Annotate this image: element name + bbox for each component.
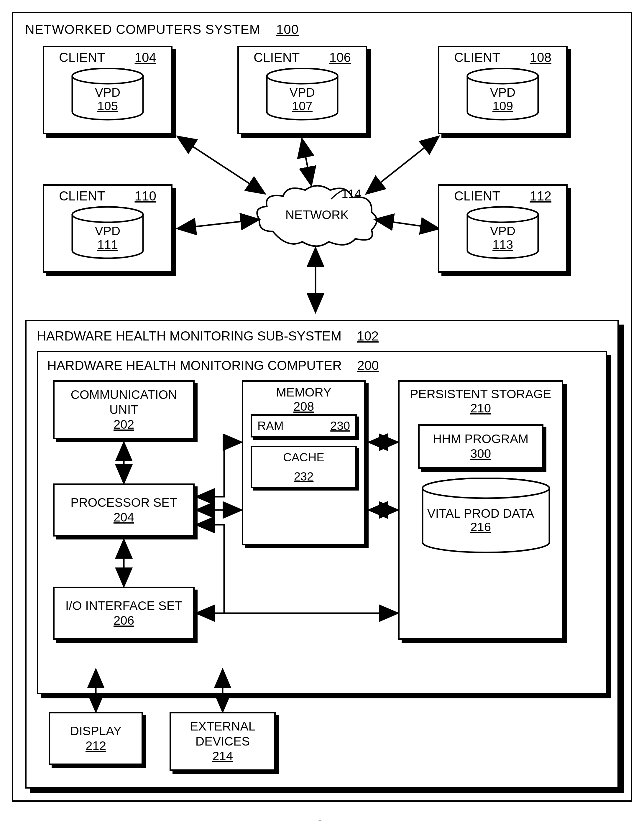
svg-point-5	[468, 68, 538, 84]
vpd-cylinder-icon: VPD 109	[465, 68, 541, 121]
client-ref: 110	[135, 189, 156, 204]
system-title: NETWORKED COMPUTERS SYSTEM 100	[25, 22, 619, 37]
hhm-program-block: HHM PROGRAM 300	[418, 424, 543, 469]
svg-point-9	[468, 207, 538, 222]
client-112: CLIENT 112 VPD 113	[438, 184, 567, 273]
vpd-label: VPD	[95, 86, 120, 100]
system-title-label: NETWORKED COMPUTERS SYSTEM	[25, 22, 261, 37]
subsystem-title: HARDWARE HEALTH MONITORING SUB-SYSTEM 10…	[37, 329, 607, 343]
client-label: CLIENT	[454, 189, 500, 204]
vpd-label: VPD	[490, 86, 515, 100]
svg-line-14	[376, 220, 438, 228]
vpd-label: VPD	[290, 86, 315, 100]
client-label: CLIENT	[59, 189, 105, 204]
client-ref: 112	[530, 189, 551, 204]
network-cloud-icon: NETWORK 114	[255, 181, 379, 249]
communication-unit-block: COMMUNICATION UNIT 202	[53, 380, 195, 439]
vpd-ref: 111	[69, 238, 146, 251]
subsystem-box: HARDWARE HEALTH MONITORING SUB-SYSTEM 10…	[25, 320, 619, 789]
network-ref: 114	[342, 187, 361, 201]
system-title-ref: 100	[276, 22, 299, 37]
vpd-cylinder-icon: VPD 111	[69, 206, 146, 259]
svg-point-17	[423, 478, 549, 498]
computer-title: HARDWARE HEALTH MONITORING COMPUTER 200	[47, 358, 597, 373]
vpd-cylinder-icon: VPD 105	[69, 68, 146, 121]
networked-system-frame: NETWORKED COMPUTERS SYSTEM 100 CLIENT 10…	[12, 12, 632, 802]
svg-point-3	[267, 68, 337, 84]
external-devices-block: EXTERNAL DEVICES 214	[170, 712, 276, 771]
figure-caption: FIG. 1	[12, 816, 632, 821]
cache-block: CACHE 232	[251, 446, 357, 488]
svg-line-10	[178, 137, 264, 193]
vpd-ref: 109	[465, 100, 541, 113]
processor-set-block: PROCESSOR SET 204	[53, 484, 195, 536]
vpd-cylinder-icon: VPD 107	[264, 68, 340, 121]
client-label: CLIENT	[59, 50, 105, 65]
svg-point-7	[72, 207, 143, 222]
client-ref: 108	[530, 50, 551, 65]
memory-block: MEMORY 208 RAM 230	[242, 380, 366, 545]
client-label: CLIENT	[254, 50, 300, 65]
svg-line-11	[302, 140, 311, 184]
io-interface-set-block: I/O INTERFACE SET 206	[53, 587, 195, 640]
client-110: CLIENT 110 VPD 111	[43, 184, 173, 273]
client-108: CLIENT 108 VPD 109	[438, 46, 567, 134]
client-ref: 106	[330, 50, 351, 65]
vpd-cylinder-icon: VPD 113	[465, 206, 541, 259]
computer-box: HARDWARE HEALTH MONITORING COMPUTER 200 …	[37, 351, 607, 694]
vpd-ref: 105	[69, 100, 146, 113]
clients-area: CLIENT 104 VPD 105	[25, 46, 619, 311]
client-label: CLIENT	[454, 50, 500, 65]
vpd-label: VPD	[95, 224, 120, 238]
display-block: DISPLAY 212	[49, 712, 143, 765]
vpd-ref: 107	[264, 100, 340, 113]
vpd-ref: 113	[465, 238, 541, 251]
svg-line-13	[178, 220, 258, 228]
network-label: NETWORK	[255, 208, 379, 222]
vital-prod-data-cylinder-icon: VITAL PROD DATA 216	[418, 478, 543, 554]
client-106: CLIENT 106 VPD 107	[238, 46, 367, 134]
client-ref: 104	[135, 50, 156, 65]
client-104: CLIENT 104 VPD 105	[43, 46, 173, 134]
ram-block: RAM 230	[251, 414, 357, 438]
persistent-storage-block: PERSISTENT STORAGE 210 HHM PROGRAM 300	[398, 380, 563, 640]
vpd-label: VPD	[490, 224, 515, 238]
svg-point-1	[72, 68, 143, 84]
